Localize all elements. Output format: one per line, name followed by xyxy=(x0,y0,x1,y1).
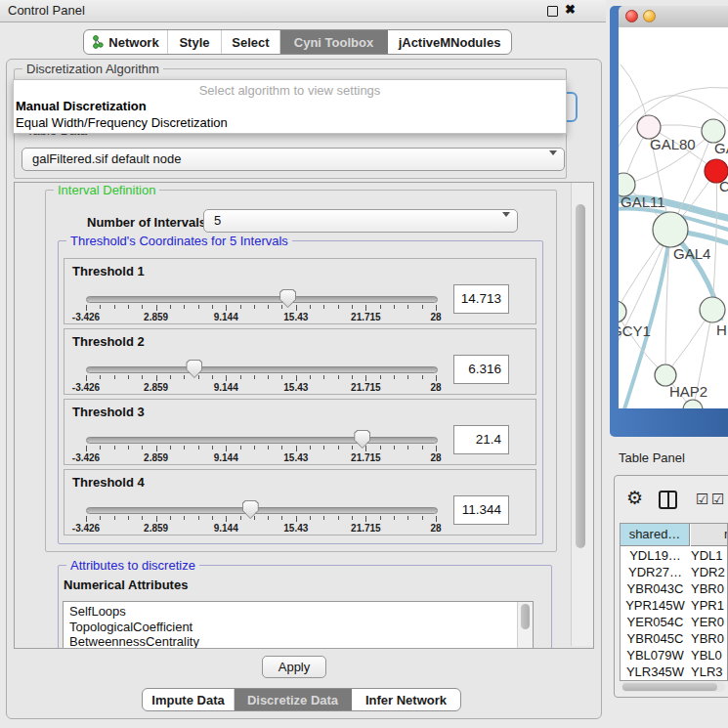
table-cell[interactable]: YIL0 xyxy=(691,680,728,681)
tab-label: Select xyxy=(232,35,269,50)
table-horizontal-scrollbar[interactable] xyxy=(621,682,725,692)
table-row[interactable]: YDR27…YDR2 xyxy=(621,564,728,580)
close-panel-icon[interactable]: ✖ xyxy=(565,2,576,17)
table-cell[interactable]: YBR0 xyxy=(691,630,728,647)
table-row[interactable]: YER054CYER0 xyxy=(621,614,728,630)
table-column-header[interactable]: na xyxy=(691,524,728,546)
network-node-gcy1[interactable] xyxy=(619,301,626,322)
split-columns-icon[interactable] xyxy=(659,491,677,509)
checkbox-icon[interactable]: ☑ xyxy=(711,492,724,506)
panel-scrollbar-thumb[interactable] xyxy=(576,204,585,548)
threshold-slider[interactable]: -3.4262.8599.14415.4321.71528 xyxy=(86,288,436,323)
table-cell[interactable]: YBL079W xyxy=(621,647,690,664)
zoom-traffic-light[interactable] xyxy=(661,10,673,22)
table-column-header[interactable]: shared… xyxy=(621,524,690,546)
network-node-label: HAP2 xyxy=(669,383,707,400)
network-node-label: GCY1 xyxy=(619,322,651,339)
threshold-value-field[interactable]: 11.344 xyxy=(453,495,509,525)
algorithm-placeholder: Select algorithm to view settings xyxy=(14,83,566,98)
table-cell[interactable]: YLR345W xyxy=(621,664,690,680)
slider-track[interactable] xyxy=(86,296,438,303)
table-row[interactable]: YLR345WYLR3 xyxy=(621,664,728,680)
algorithm-dropdown-popup: Select algorithm to view settings Manual… xyxy=(13,79,567,134)
network-window-titlebar[interactable] xyxy=(619,6,728,28)
table-cell[interactable]: YER0 xyxy=(691,614,728,630)
minimize-traffic-light[interactable] xyxy=(643,10,656,22)
table-cell[interactable]: YBR045C xyxy=(621,630,690,647)
slider-track[interactable] xyxy=(86,507,438,514)
network-node-label: H xyxy=(716,321,727,338)
close-traffic-light[interactable] xyxy=(625,10,638,22)
thresholds-group-title: Threshold's Coordinates for 5 Intervals xyxy=(66,234,292,248)
settings-scrollpane: Interval Definition Number of Intervals … xyxy=(14,182,594,649)
threshold-value-field[interactable]: 6.316 xyxy=(453,355,509,384)
list-item[interactable]: BetweennessCentrality xyxy=(64,634,533,649)
dropdown-option[interactable]: Equal Width/Frequency Discretization xyxy=(16,115,228,130)
threshold-panel: Threshold 2-3.4262.8599.14415.4321.71528… xyxy=(64,328,536,395)
slider-track[interactable] xyxy=(86,437,438,444)
table-row[interactable]: YIL052CYIL0 xyxy=(621,680,728,681)
table-cell[interactable]: YBL0 xyxy=(691,647,728,664)
table-data-combobox-value: galFiltered.sif default node xyxy=(32,151,181,166)
table-row[interactable]: YPR145WYPR1 xyxy=(621,597,728,614)
network-node-gal4[interactable] xyxy=(653,212,688,247)
number-of-intervals-label: Number of Intervals xyxy=(87,215,206,230)
control-panel-titlebar: Control Panel ✖ xyxy=(0,0,606,22)
list-scrollbar[interactable] xyxy=(517,602,533,649)
table-cell[interactable]: YDL1 xyxy=(691,547,728,564)
tab-infer-network[interactable]: Infer Network xyxy=(352,689,460,710)
tab-select[interactable]: Select xyxy=(222,30,280,54)
table-cell[interactable]: YDR2 xyxy=(691,564,728,580)
network-node-h[interactable] xyxy=(700,297,725,322)
float-panel-icon[interactable] xyxy=(547,6,558,17)
tab-label: jActiveMNodules xyxy=(399,35,501,50)
interval-definition-title: Interval Definition xyxy=(54,183,159,197)
attributes-group-title: Attributes to discretize xyxy=(66,558,199,573)
threshold-panel: Threshold 3-3.4262.8599.14415.4321.71528… xyxy=(64,399,536,465)
table-cell[interactable]: YDR27… xyxy=(621,564,690,580)
combobox-stepper-icon xyxy=(494,214,510,233)
numerical-attributes-list[interactable]: SelfLoopsTopologicalCoefficientBetweenne… xyxy=(63,601,534,649)
tab-label: Network xyxy=(108,35,158,50)
tab-label: Discretize Data xyxy=(247,693,338,707)
network-canvas[interactable]: GAL80GACGAL11GAL4GCY1HHAP2 xyxy=(619,27,728,408)
table-row[interactable]: YDL19…YDL1 xyxy=(621,547,728,564)
table-cell[interactable]: YPR145W xyxy=(621,597,690,614)
threshold-value-field[interactable]: 14.713 xyxy=(453,284,509,314)
threshold-label: Threshold 3 xyxy=(72,405,145,419)
threshold-slider[interactable]: -3.4262.8599.14415.4321.71528 xyxy=(86,359,436,394)
tab-impute-data[interactable]: Impute Data xyxy=(143,689,235,710)
table-cell[interactable]: YER054C xyxy=(621,614,690,630)
apply-button[interactable]: Apply xyxy=(262,656,326,678)
tab-style[interactable]: Style xyxy=(168,30,222,54)
tab-cyni-toolbox[interactable]: Cyni Toolbox xyxy=(280,30,388,54)
tab-discretize-data[interactable]: Discretize Data xyxy=(235,689,352,710)
tab-label: Cyni Toolbox xyxy=(294,35,373,50)
threshold-value-field[interactable]: 21.4 xyxy=(453,425,509,454)
threshold-label: Threshold 1 xyxy=(72,264,145,278)
tab-label: Style xyxy=(179,35,209,50)
tab-jactivemnodules[interactable]: jActiveMNodules xyxy=(388,30,511,54)
table-cell[interactable]: YBR043C xyxy=(621,580,690,597)
panel-scrollbar[interactable] xyxy=(571,183,593,646)
table-cell[interactable]: YIL052C xyxy=(621,680,690,681)
table-data-combobox[interactable]: galFiltered.sif default node xyxy=(21,148,565,171)
threshold-slider[interactable]: -3.4262.8599.14415.4321.71528 xyxy=(86,429,436,464)
table-row[interactable]: YBR043CYBR0 xyxy=(621,580,728,597)
checkbox-icon[interactable]: ☑ xyxy=(696,492,708,506)
list-item[interactable]: SelfLoops xyxy=(64,604,533,620)
dropdown-option[interactable]: Manual Discretization xyxy=(16,99,147,113)
table-cell[interactable]: YDL19… xyxy=(621,547,690,564)
table-row[interactable]: YBL079WYBL0 xyxy=(621,647,728,664)
gear-icon[interactable]: ⚙ xyxy=(626,489,643,507)
number-of-intervals-combobox[interactable]: 5 xyxy=(203,209,518,233)
algorithm-group-title: Discretization Algorithm xyxy=(22,62,163,76)
table-cell[interactable]: YLR3 xyxy=(691,664,728,680)
tab-network[interactable]: Network xyxy=(84,30,168,54)
threshold-slider[interactable]: -3.4262.8599.14415.4321.71528 xyxy=(86,499,436,535)
table-row[interactable]: YBR045CYBR0 xyxy=(621,630,728,647)
table-cell[interactable]: YBR0 xyxy=(691,580,728,597)
table-cell[interactable]: YPR1 xyxy=(691,597,728,614)
slider-track[interactable] xyxy=(86,366,438,373)
list-item[interactable]: TopologicalCoefficient xyxy=(64,620,533,635)
